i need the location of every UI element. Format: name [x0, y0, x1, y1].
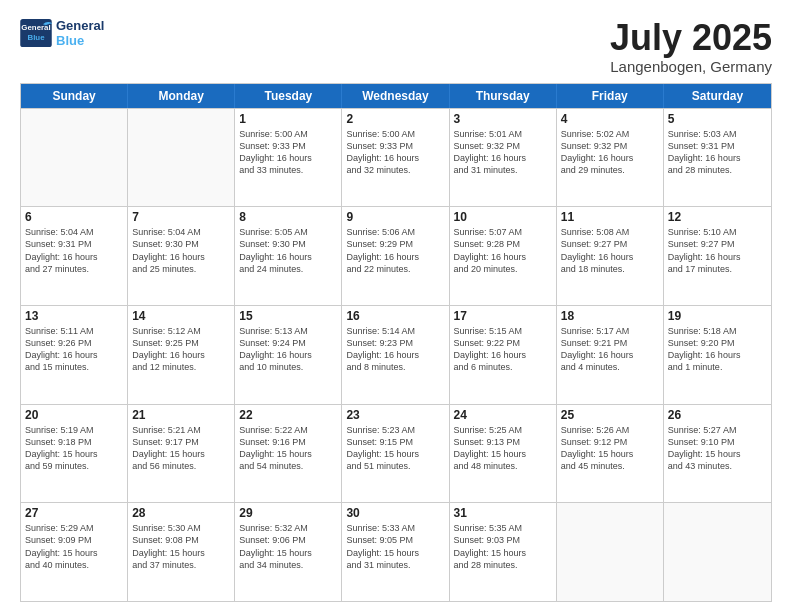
day-cell-2: 2Sunrise: 5:00 AM Sunset: 9:33 PM Daylig… [342, 109, 449, 207]
day-number: 29 [239, 506, 337, 520]
day-number: 8 [239, 210, 337, 224]
week-row-5: 27Sunrise: 5:29 AM Sunset: 9:09 PM Dayli… [21, 502, 771, 601]
day-cell-8: 8Sunrise: 5:05 AM Sunset: 9:30 PM Daylig… [235, 207, 342, 305]
day-number: 3 [454, 112, 552, 126]
day-number: 31 [454, 506, 552, 520]
logo-text-blue: Blue [56, 33, 104, 48]
day-cell-16: 16Sunrise: 5:14 AM Sunset: 9:23 PM Dayli… [342, 306, 449, 404]
day-info: Sunrise: 5:01 AM Sunset: 9:32 PM Dayligh… [454, 128, 552, 177]
day-info: Sunrise: 5:14 AM Sunset: 9:23 PM Dayligh… [346, 325, 444, 374]
day-cell-11: 11Sunrise: 5:08 AM Sunset: 9:27 PM Dayli… [557, 207, 664, 305]
day-header-sunday: Sunday [21, 84, 128, 108]
day-number: 20 [25, 408, 123, 422]
day-cell-6: 6Sunrise: 5:04 AM Sunset: 9:31 PM Daylig… [21, 207, 128, 305]
calendar: SundayMondayTuesdayWednesdayThursdayFrid… [20, 83, 772, 602]
calendar-body: 1Sunrise: 5:00 AM Sunset: 9:33 PM Daylig… [21, 108, 771, 601]
day-info: Sunrise: 5:32 AM Sunset: 9:06 PM Dayligh… [239, 522, 337, 571]
day-number: 21 [132, 408, 230, 422]
day-cell-15: 15Sunrise: 5:13 AM Sunset: 9:24 PM Dayli… [235, 306, 342, 404]
day-number: 25 [561, 408, 659, 422]
day-info: Sunrise: 5:18 AM Sunset: 9:20 PM Dayligh… [668, 325, 767, 374]
day-info: Sunrise: 5:10 AM Sunset: 9:27 PM Dayligh… [668, 226, 767, 275]
day-cell-28: 28Sunrise: 5:30 AM Sunset: 9:08 PM Dayli… [128, 503, 235, 601]
day-info: Sunrise: 5:13 AM Sunset: 9:24 PM Dayligh… [239, 325, 337, 374]
month-title: July 2025 [610, 18, 772, 58]
day-number: 27 [25, 506, 123, 520]
day-info: Sunrise: 5:02 AM Sunset: 9:32 PM Dayligh… [561, 128, 659, 177]
day-cell-31: 31Sunrise: 5:35 AM Sunset: 9:03 PM Dayli… [450, 503, 557, 601]
day-cell-21: 21Sunrise: 5:21 AM Sunset: 9:17 PM Dayli… [128, 405, 235, 503]
week-row-4: 20Sunrise: 5:19 AM Sunset: 9:18 PM Dayli… [21, 404, 771, 503]
day-cell-23: 23Sunrise: 5:23 AM Sunset: 9:15 PM Dayli… [342, 405, 449, 503]
day-info: Sunrise: 5:35 AM Sunset: 9:03 PM Dayligh… [454, 522, 552, 571]
title-block: July 2025 Langenbogen, Germany [610, 18, 772, 75]
day-number: 15 [239, 309, 337, 323]
day-cell-19: 19Sunrise: 5:18 AM Sunset: 9:20 PM Dayli… [664, 306, 771, 404]
day-info: Sunrise: 5:33 AM Sunset: 9:05 PM Dayligh… [346, 522, 444, 571]
day-number: 26 [668, 408, 767, 422]
day-number: 9 [346, 210, 444, 224]
day-info: Sunrise: 5:11 AM Sunset: 9:26 PM Dayligh… [25, 325, 123, 374]
day-header-thursday: Thursday [450, 84, 557, 108]
day-number: 6 [25, 210, 123, 224]
day-header-tuesday: Tuesday [235, 84, 342, 108]
day-number: 28 [132, 506, 230, 520]
day-cell-7: 7Sunrise: 5:04 AM Sunset: 9:30 PM Daylig… [128, 207, 235, 305]
day-number: 1 [239, 112, 337, 126]
day-number: 18 [561, 309, 659, 323]
day-number: 17 [454, 309, 552, 323]
day-info: Sunrise: 5:23 AM Sunset: 9:15 PM Dayligh… [346, 424, 444, 473]
day-cell-18: 18Sunrise: 5:17 AM Sunset: 9:21 PM Dayli… [557, 306, 664, 404]
svg-text:Blue: Blue [27, 33, 45, 42]
day-info: Sunrise: 5:07 AM Sunset: 9:28 PM Dayligh… [454, 226, 552, 275]
day-cell-12: 12Sunrise: 5:10 AM Sunset: 9:27 PM Dayli… [664, 207, 771, 305]
empty-cell [664, 503, 771, 601]
week-row-1: 1Sunrise: 5:00 AM Sunset: 9:33 PM Daylig… [21, 108, 771, 207]
day-info: Sunrise: 5:04 AM Sunset: 9:30 PM Dayligh… [132, 226, 230, 275]
empty-cell [128, 109, 235, 207]
day-info: Sunrise: 5:12 AM Sunset: 9:25 PM Dayligh… [132, 325, 230, 374]
day-cell-22: 22Sunrise: 5:22 AM Sunset: 9:16 PM Dayli… [235, 405, 342, 503]
day-cell-10: 10Sunrise: 5:07 AM Sunset: 9:28 PM Dayli… [450, 207, 557, 305]
day-cell-4: 4Sunrise: 5:02 AM Sunset: 9:32 PM Daylig… [557, 109, 664, 207]
day-info: Sunrise: 5:00 AM Sunset: 9:33 PM Dayligh… [239, 128, 337, 177]
day-cell-13: 13Sunrise: 5:11 AM Sunset: 9:26 PM Dayli… [21, 306, 128, 404]
day-cell-5: 5Sunrise: 5:03 AM Sunset: 9:31 PM Daylig… [664, 109, 771, 207]
location: Langenbogen, Germany [610, 58, 772, 75]
day-cell-26: 26Sunrise: 5:27 AM Sunset: 9:10 PM Dayli… [664, 405, 771, 503]
day-number: 7 [132, 210, 230, 224]
day-number: 14 [132, 309, 230, 323]
day-number: 24 [454, 408, 552, 422]
day-info: Sunrise: 5:05 AM Sunset: 9:30 PM Dayligh… [239, 226, 337, 275]
day-header-monday: Monday [128, 84, 235, 108]
day-header-saturday: Saturday [664, 84, 771, 108]
day-number: 4 [561, 112, 659, 126]
day-number: 2 [346, 112, 444, 126]
day-cell-24: 24Sunrise: 5:25 AM Sunset: 9:13 PM Dayli… [450, 405, 557, 503]
day-info: Sunrise: 5:17 AM Sunset: 9:21 PM Dayligh… [561, 325, 659, 374]
day-cell-29: 29Sunrise: 5:32 AM Sunset: 9:06 PM Dayli… [235, 503, 342, 601]
day-info: Sunrise: 5:26 AM Sunset: 9:12 PM Dayligh… [561, 424, 659, 473]
logo-text-general: General [56, 18, 104, 33]
day-cell-9: 9Sunrise: 5:06 AM Sunset: 9:29 PM Daylig… [342, 207, 449, 305]
day-info: Sunrise: 5:03 AM Sunset: 9:31 PM Dayligh… [668, 128, 767, 177]
day-info: Sunrise: 5:19 AM Sunset: 9:18 PM Dayligh… [25, 424, 123, 473]
day-cell-3: 3Sunrise: 5:01 AM Sunset: 9:32 PM Daylig… [450, 109, 557, 207]
day-info: Sunrise: 5:06 AM Sunset: 9:29 PM Dayligh… [346, 226, 444, 275]
empty-cell [557, 503, 664, 601]
day-cell-14: 14Sunrise: 5:12 AM Sunset: 9:25 PM Dayli… [128, 306, 235, 404]
day-info: Sunrise: 5:00 AM Sunset: 9:33 PM Dayligh… [346, 128, 444, 177]
day-number: 11 [561, 210, 659, 224]
day-info: Sunrise: 5:30 AM Sunset: 9:08 PM Dayligh… [132, 522, 230, 571]
calendar-header: SundayMondayTuesdayWednesdayThursdayFrid… [21, 84, 771, 108]
day-info: Sunrise: 5:04 AM Sunset: 9:31 PM Dayligh… [25, 226, 123, 275]
day-number: 16 [346, 309, 444, 323]
day-cell-27: 27Sunrise: 5:29 AM Sunset: 9:09 PM Dayli… [21, 503, 128, 601]
day-cell-17: 17Sunrise: 5:15 AM Sunset: 9:22 PM Dayli… [450, 306, 557, 404]
day-number: 10 [454, 210, 552, 224]
day-number: 30 [346, 506, 444, 520]
day-info: Sunrise: 5:08 AM Sunset: 9:27 PM Dayligh… [561, 226, 659, 275]
day-number: 19 [668, 309, 767, 323]
empty-cell [21, 109, 128, 207]
logo: General Blue General Blue [20, 18, 104, 48]
